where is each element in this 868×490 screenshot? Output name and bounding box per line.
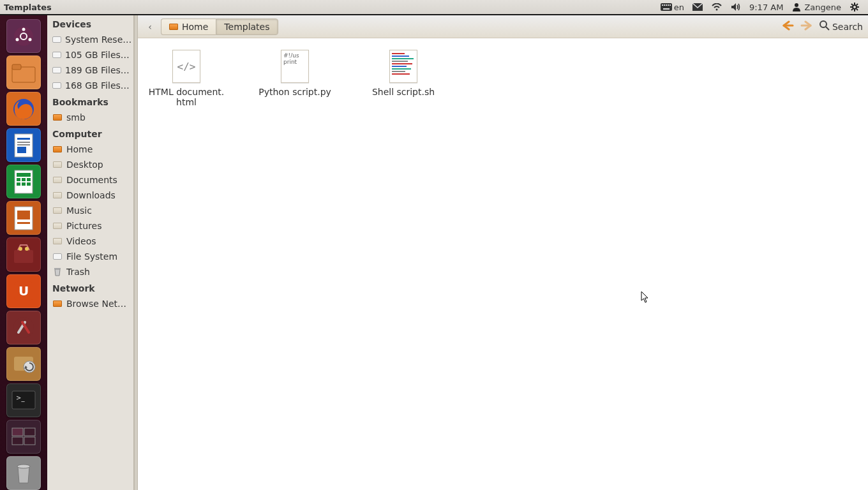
nav-forward-button[interactable] [800,20,813,33]
launcher-impress[interactable] [6,201,41,235]
folder-icon [52,144,63,154]
file-item[interactable]: #!/usprintPython script.py [257,50,333,97]
launcher-ubuntu-one[interactable]: U [6,274,41,308]
svg-rect-6 [663,8,670,10]
file-item[interactable]: </>HTML document.​html [148,50,225,107]
svg-line-19 [851,9,853,10]
sidebar-item-label: Documents [66,175,117,185]
launcher-settings[interactable] [6,311,41,345]
launcher-software-center[interactable] [6,237,41,271]
folder-icon [52,221,63,231]
icon-view[interactable]: </>HTML document.​html#!/usprintPython s… [138,38,868,119]
breadcrumb-label: Home [182,22,208,32]
unity-launcher: U>_ [0,15,47,490]
svg-rect-44 [14,250,33,263]
folder-icon [52,205,63,216]
launcher-calc[interactable] [6,165,41,198]
svg-rect-42 [17,211,30,219]
svg-point-59 [17,464,30,468]
drive-icon [52,34,61,45]
svg-rect-37 [27,178,31,181]
sidebar-item-label: 105 GB Files… [65,50,130,60]
svg-rect-2 [664,4,665,6]
svg-rect-56 [24,428,35,436]
sidebar-section-computer: Computer [47,125,133,142]
svg-rect-31 [17,144,30,145]
sidebar-item-sysres[interactable]: System Rese… [47,32,133,47]
launcher-trash[interactable] [6,456,41,490]
svg-rect-34 [17,173,31,177]
sidebar-item-home[interactable]: Home [47,142,133,157]
sidebar-item-browse-net[interactable]: Browse Net… [47,296,133,311]
svg-point-22 [22,27,26,31]
launcher-dash[interactable] [6,19,41,53]
sidebar-item-label: Home [66,144,93,154]
wifi-icon [711,3,722,11]
launcher-terminal[interactable]: >_ [6,383,41,417]
svg-rect-35 [17,178,20,181]
svg-point-23 [29,38,32,41]
svg-rect-26 [12,64,21,70]
app-title: Templates [4,3,52,12]
svg-rect-3 [666,4,667,6]
search-label: Search [832,22,863,32]
svg-rect-29 [17,138,30,140]
sidebar-item-music[interactable]: Music [47,203,133,218]
nav-back-button[interactable] [781,20,794,33]
sidebar-item-pictures[interactable]: Pictures [47,218,133,234]
svg-marker-9 [731,3,736,11]
pathbar-back-icon[interactable]: ‹ [143,22,157,32]
sidebar-section-network: Network [47,279,133,296]
session-indicator[interactable] [845,3,864,11]
launcher-workspace[interactable] [6,420,41,454]
sidebar-item-trash[interactable]: Trash [47,264,133,279]
clock-indicator[interactable]: 9:17 AM [745,3,787,12]
file-name: Shell script.sh [372,87,435,97]
svg-rect-43 [17,222,30,224]
sidebar-section-devices: Devices [47,15,133,32]
sidebar-item-videos[interactable]: Videos [47,234,133,249]
sound-indicator[interactable] [726,3,745,11]
sidebar-item-filesystem[interactable]: File System [47,249,133,264]
network-indicator[interactable] [707,3,726,11]
launcher-nautilus[interactable] [6,56,41,89]
user-icon [791,3,802,11]
launcher-firefox[interactable] [6,92,41,126]
svg-rect-60 [54,268,61,269]
search-button[interactable]: Search [819,20,863,33]
mail-indicator[interactable] [688,3,707,11]
sidebar-item-fs168[interactable]: 168 GB Files… [47,78,133,93]
search-icon [819,20,830,33]
sidebar-item-downloads[interactable]: Downloads [47,188,133,203]
svg-point-45 [19,247,22,251]
svg-point-8 [715,9,717,11]
top-panel: Templates en 9:17 AM Zangene [0,0,868,15]
breadcrumb-templates[interactable]: Templates [216,19,278,35]
keyboard-layout-label: en [674,3,684,12]
svg-line-18 [857,4,858,5]
sidebar-item-label: Desktop [66,160,103,170]
sidebar-item-label: 189 GB Files… [65,65,130,75]
sidebar-item-label: System Rese… [65,34,131,45]
sidebar-item-label: Downloads [66,190,116,200]
sidebar-section-bookmarks: Bookmarks [47,93,133,110]
drive-icon [52,50,61,60]
launcher-writer[interactable] [6,128,41,162]
svg-point-24 [16,38,19,41]
sidebar-item-smb[interactable]: smb [47,110,133,125]
user-indicator[interactable]: Zangene [787,3,845,12]
sidebar-item-documents[interactable]: Documents [47,172,133,188]
breadcrumb-home[interactable]: Home [161,19,216,35]
keyboard-indicator[interactable]: en [657,3,688,12]
sidebar-item-label: Videos [66,236,96,246]
file-name: HTML document.​html [148,87,225,107]
sidebar-item-label: Music [66,205,92,216]
sidebar-item-label: File System [66,251,117,262]
file-item[interactable]: Shell script.sh [365,50,442,97]
sidebar-item-fs189[interactable]: 189 GB Files… [47,63,133,78]
sidebar-item-fs105[interactable]: 105 GB Files… [47,47,133,63]
folder-icon [169,24,178,30]
launcher-software-updater[interactable] [6,347,41,381]
sidebar-item-label: 168 GB Files… [65,80,130,91]
sidebar-item-desktop[interactable]: Desktop [47,157,133,172]
